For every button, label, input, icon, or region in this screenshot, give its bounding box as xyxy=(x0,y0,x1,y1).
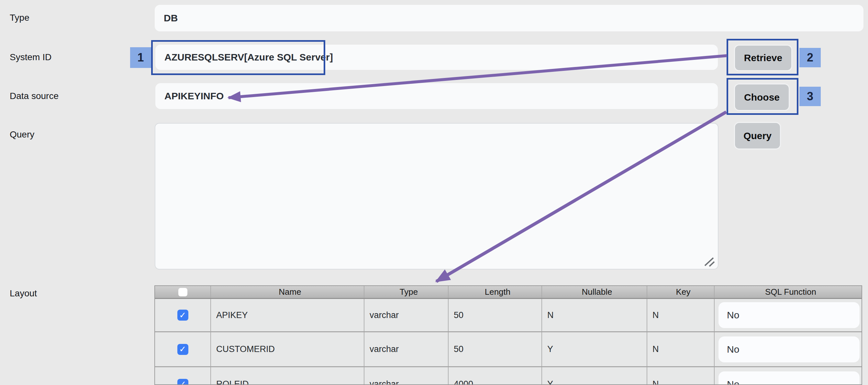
table-row: ROLEID varchar 4000 Y N No xyxy=(155,366,862,385)
cell-name: APIKEY xyxy=(211,299,364,331)
cell-sql-function: No xyxy=(715,332,862,366)
header-checkbox-cell xyxy=(155,286,211,298)
data-source-value: APIKEYINFO xyxy=(164,91,224,102)
checkbox-cell xyxy=(155,299,211,331)
header-key: Key xyxy=(647,286,715,298)
annotation-badge-3: 3 xyxy=(799,87,821,106)
cell-name: ROLEID xyxy=(211,367,364,385)
row-checkbox[interactable] xyxy=(177,344,188,355)
row-checkbox[interactable] xyxy=(177,310,188,321)
cell-length: 4000 xyxy=(448,367,542,385)
cell-length: 50 xyxy=(448,332,542,366)
annotation-badge-1: 1 xyxy=(130,47,151,68)
cell-nullable: N xyxy=(542,299,647,331)
query-label: Query xyxy=(10,129,34,140)
cell-nullable: Y xyxy=(542,332,647,366)
data-source-input[interactable]: APIKEYINFO xyxy=(155,83,718,109)
annotation-badge-2: 2 xyxy=(799,48,821,67)
sql-function-select[interactable]: No xyxy=(718,372,860,385)
type-label: Type xyxy=(10,12,29,23)
data-source-label: Data source xyxy=(10,91,59,102)
header-sql-function: SQL Function xyxy=(715,286,862,298)
cell-key: N xyxy=(647,332,715,366)
header-length: Length xyxy=(448,286,542,298)
type-value: DB xyxy=(164,12,178,24)
cell-sql-function: No xyxy=(715,299,862,331)
annotation-box-1 xyxy=(151,40,325,75)
cell-type: varchar xyxy=(364,332,448,366)
table-row: CUSTOMERID varchar 50 Y N No xyxy=(155,331,862,366)
cell-type: varchar xyxy=(364,299,448,331)
resize-grip-icon[interactable] xyxy=(702,256,715,267)
cell-length: 50 xyxy=(448,299,542,331)
retrieve-button[interactable]: Retrieve xyxy=(734,45,792,71)
checkbox-cell xyxy=(155,332,211,366)
system-id-label: System ID xyxy=(10,52,52,63)
layout-table: Name Type Length Nullable Key SQL Functi… xyxy=(154,285,862,385)
type-input[interactable]: DB xyxy=(155,5,864,31)
header-name: Name xyxy=(211,286,364,298)
select-all-checkbox[interactable] xyxy=(178,288,187,296)
checkbox-cell xyxy=(155,367,211,385)
row-checkbox[interactable] xyxy=(177,379,188,385)
cell-name: CUSTOMERID xyxy=(211,332,364,366)
layout-label: Layout xyxy=(10,288,37,299)
header-nullable: Nullable xyxy=(542,286,647,298)
header-type: Type xyxy=(364,286,448,298)
cell-type: varchar xyxy=(364,367,448,385)
cell-sql-function: No xyxy=(715,367,862,385)
cell-nullable: Y xyxy=(542,367,647,385)
table-row: APIKEY varchar 50 N N No xyxy=(155,299,862,331)
sql-function-select[interactable]: No xyxy=(718,336,860,362)
query-textarea[interactable] xyxy=(155,123,718,269)
cell-key: N xyxy=(647,367,715,385)
query-button[interactable]: Query xyxy=(734,122,781,150)
cell-key: N xyxy=(647,299,715,331)
choose-button[interactable]: Choose xyxy=(734,84,790,111)
connection-form-page: Type DB System ID AZURESQLSERV[Azure SQL… xyxy=(0,0,868,385)
table-header-row: Name Type Length Nullable Key SQL Functi… xyxy=(155,286,862,299)
sql-function-select[interactable]: No xyxy=(718,302,860,328)
